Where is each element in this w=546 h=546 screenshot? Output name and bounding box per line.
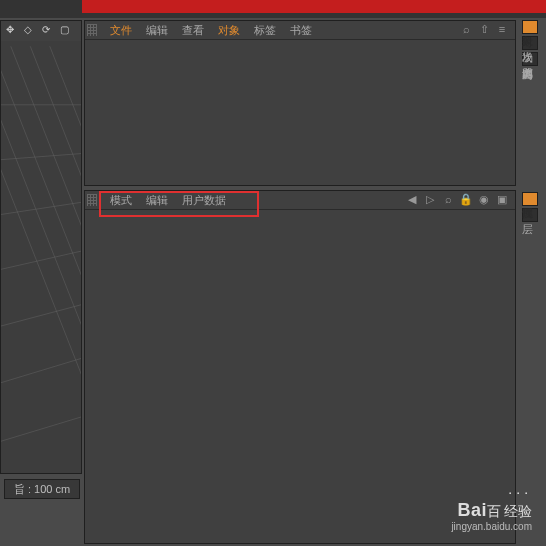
lock-icon[interactable]: 🔒 <box>459 193 473 207</box>
watermark: ⠂⠂⠂ Bai百 经验 jingyan.baidu.com <box>451 488 532 532</box>
tab-layers[interactable]: 层 <box>522 208 538 222</box>
scale-icon[interactable]: ◇ <box>21 24 35 38</box>
side-tabs-bot: 属性 层 <box>522 192 546 224</box>
search-icon[interactable]: ⌕ <box>441 193 455 207</box>
search-icon[interactable]: ⌕ <box>459 23 473 37</box>
svg-line-7 <box>1 154 81 164</box>
object-manager-menubar: 文件 编辑 查看 对象 标签 书签 ⌕ ⇧ ≡ <box>85 21 515 40</box>
viewport-panel: ✥ ◇ ⟳ ▢ <box>0 20 82 474</box>
svg-line-1 <box>1 46 81 467</box>
grip-icon[interactable] <box>87 194 97 206</box>
grip-icon[interactable] <box>87 24 97 36</box>
ruler-text: 旨 : 100 cm <box>14 482 70 497</box>
svg-line-8 <box>1 202 81 222</box>
up-icon[interactable]: ▷ <box>423 193 437 207</box>
svg-line-11 <box>1 358 81 397</box>
svg-line-9 <box>1 251 81 280</box>
svg-line-10 <box>1 305 81 339</box>
max-icon[interactable]: ▣ <box>495 193 509 207</box>
viewport-toolbar: ✥ ◇ ⟳ ▢ <box>1 21 81 41</box>
paw-icon: ⠂⠂⠂ <box>508 489 532 500</box>
svg-line-3 <box>11 46 81 467</box>
menu-edit[interactable]: 编辑 <box>139 23 175 38</box>
side-tabs-top: 对象 场次 内容浏览器 <box>522 20 546 68</box>
prev-icon[interactable]: ◀ <box>405 193 419 207</box>
tab-takes[interactable]: 场次 <box>522 36 538 50</box>
frame-icon[interactable]: ▢ <box>57 24 71 38</box>
brand-text: Bai <box>457 500 487 520</box>
menu-file[interactable]: 文件 <box>103 23 139 38</box>
menu-object[interactable]: 对象 <box>211 23 247 38</box>
home-icon[interactable]: ⇧ <box>477 23 491 37</box>
tab-content[interactable]: 内容浏览器 <box>522 52 538 66</box>
attribute-menubar: 模式 编辑 用户数据 ◀ ▷ ⌕ 🔒 ◉ ▣ <box>85 191 515 210</box>
tab-object[interactable]: 对象 <box>522 20 538 34</box>
menu-icon[interactable]: ≡ <box>495 23 509 37</box>
watermark-url: jingyan.baidu.com <box>451 521 532 532</box>
rotate-icon[interactable]: ⟳ <box>39 24 53 38</box>
tab-attributes[interactable]: 属性 <box>522 192 538 206</box>
brand-suffix: 经验 <box>504 503 532 519</box>
svg-line-2 <box>1 46 81 467</box>
target-icon[interactable]: ◉ <box>477 193 491 207</box>
left-column: ✥ ◇ ⟳ ▢ <box>0 18 82 546</box>
menu-tags[interactable]: 标签 <box>247 23 283 38</box>
object-manager-panel: 文件 编辑 查看 对象 标签 书签 ⌕ ⇧ ≡ <box>84 20 516 186</box>
window-titlebar <box>0 0 546 13</box>
menu-bookmark[interactable]: 书签 <box>283 23 319 38</box>
menu-userdata[interactable]: 用户数据 <box>175 193 233 208</box>
brand-cn: 百 <box>487 503 501 519</box>
menu-edit2[interactable]: 编辑 <box>139 193 175 208</box>
ruler-display: 旨 : 100 cm <box>4 479 80 499</box>
menu-view[interactable]: 查看 <box>175 23 211 38</box>
menu-mode[interactable]: 模式 <box>103 193 139 208</box>
viewport-grid[interactable] <box>1 41 81 473</box>
move-icon[interactable]: ✥ <box>3 24 17 38</box>
svg-line-0 <box>1 46 81 467</box>
svg-line-12 <box>1 417 81 456</box>
